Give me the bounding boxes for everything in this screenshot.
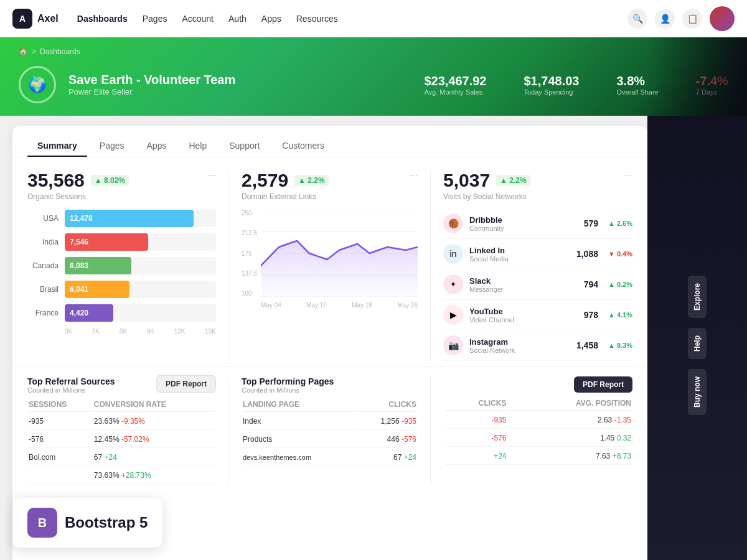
col-position: AVG. POSITION xyxy=(507,396,631,411)
content-wrap: Summary Pages Apps Help Support Customer… xyxy=(0,116,647,560)
table-row: Index 1,256 -935 xyxy=(243,413,416,430)
notifications-button[interactable]: 📋 xyxy=(682,9,702,29)
avatar[interactable] xyxy=(710,6,735,31)
tab-help[interactable]: Help xyxy=(179,136,217,157)
rate-value: 23.63% -9.35% xyxy=(94,413,215,430)
social-change: ▲ 8.3% xyxy=(608,342,632,349)
bar-row-canada: Canada 6,083 xyxy=(27,257,216,274)
clicks-val: -935 xyxy=(444,412,506,429)
social-type: Community xyxy=(469,225,578,232)
referral-section: Top Referral Sources Counted in Millions… xyxy=(27,376,229,485)
nav-account[interactable]: Account xyxy=(182,14,214,24)
nav-dashboards[interactable]: Dashboards xyxy=(77,14,128,24)
social-info: Instagram Social Network xyxy=(469,337,570,354)
home-icon[interactable]: 🏠 xyxy=(19,47,28,56)
col-landing: LANDING PAGE xyxy=(243,398,356,412)
table-row: devs.keenthemes.com 67 +24 xyxy=(243,449,416,466)
country-label: France xyxy=(27,309,59,317)
col-rate: CONVERSION RATE xyxy=(94,398,215,412)
social-name: YouTube xyxy=(469,307,578,316)
metric3-value: 5,037 xyxy=(443,170,490,191)
breadcrumb-current: Dashboards xyxy=(40,47,80,56)
country-label: India xyxy=(27,238,59,246)
dribbble-icon: 🏀 xyxy=(443,213,463,233)
tabs: Summary Pages Apps Help Support Customer… xyxy=(12,126,647,157)
table-row: -576 1.45 0.32 xyxy=(444,430,631,447)
bar-inner: 6,041 xyxy=(65,281,129,298)
tab-summary[interactable]: Summary xyxy=(27,136,87,157)
position-val: 7.63 +8.73 xyxy=(507,448,631,465)
linkedin-icon: in xyxy=(443,244,463,264)
social-type: Social Network xyxy=(469,347,570,354)
clicks-value: 67 +24 xyxy=(357,449,416,466)
tab-customers[interactable]: Customers xyxy=(272,136,334,157)
table-row: Bol.com 67 +24 xyxy=(29,449,215,466)
referral-table: SESSIONS CONVERSION RATE -935 23.63% -9.… xyxy=(27,396,216,485)
metric1-badge: ▲ 8.02% xyxy=(91,175,129,186)
metric2-label: Domain External Links xyxy=(242,192,329,201)
nav-pages[interactable]: Pages xyxy=(143,14,167,24)
position-val: 2.63 -1.35 xyxy=(507,412,631,429)
help-button[interactable]: Help xyxy=(688,328,707,359)
line-chart-svg xyxy=(261,210,418,297)
bootstrap-label: Bootstrap 5 xyxy=(65,514,148,531)
country-label: Brasil xyxy=(27,285,59,294)
tab-apps[interactable]: Apps xyxy=(137,136,177,157)
sessions-value: -576 xyxy=(29,431,93,448)
nav-apps[interactable]: Apps xyxy=(261,14,281,24)
hero-subtitle: Power Elite Seller xyxy=(68,87,235,96)
metric1-more[interactable]: ··· xyxy=(208,170,216,181)
rate-value: 73.63% +28.73% xyxy=(94,467,215,484)
search-button[interactable]: 🔍 xyxy=(627,9,647,29)
bar-outer: 7,546 xyxy=(65,233,216,251)
brand[interactable]: A Axel xyxy=(12,9,59,29)
pdf-report-dark-button[interactable]: PDF Report xyxy=(574,376,632,393)
tab-support[interactable]: Support xyxy=(219,136,270,157)
brand-icon: A xyxy=(12,9,32,29)
instagram-icon: 📷 xyxy=(443,335,463,355)
bootstrap-icon: B xyxy=(27,508,57,538)
social-info: Dribbble Community xyxy=(469,215,578,232)
bottom-sections: Top Referral Sources Counted in Millions… xyxy=(12,366,647,495)
social-row-linkedin: in Linked In Social Media 1,088 ▼ 0.4% xyxy=(443,239,632,269)
y-axis: 250212.5175137.5100 xyxy=(242,210,261,309)
slack-icon: ✦ xyxy=(443,274,463,294)
table-row: Products 446 -576 xyxy=(243,431,416,448)
main-area: Summary Pages Apps Help Support Customer… xyxy=(0,116,747,560)
social-type: Social Media xyxy=(469,255,570,263)
social-change: ▲ 4.1% xyxy=(608,311,632,319)
social-info: Linked In Social Media xyxy=(469,246,570,263)
hero-dark-overlay xyxy=(647,37,747,116)
metric2-more[interactable]: ··· xyxy=(410,170,418,181)
explore-button[interactable]: Explore xyxy=(688,276,707,318)
pdf-report-button[interactable]: PDF Report xyxy=(156,375,216,393)
social-count: 1,458 xyxy=(576,340,598,350)
bar-row-france: France 4,420 xyxy=(27,304,216,322)
social-name: Instagram xyxy=(469,337,570,347)
nav-resources[interactable]: Resources xyxy=(296,14,338,24)
social-row-youtube: ▶ YouTube Video Channel 978 ▲ 4.1% xyxy=(443,300,632,330)
hero-logo: 🌍 xyxy=(19,66,56,103)
table-row: -935 23.63% -9.35% xyxy=(29,413,215,430)
profile-button[interactable]: 👤 xyxy=(655,9,675,29)
metric2-badge: ▲ 2.2% xyxy=(294,175,329,186)
bar-row-india: India 7,546 xyxy=(27,233,216,251)
social-change: ▼ 0.4% xyxy=(608,250,632,258)
tab-pages[interactable]: Pages xyxy=(90,136,134,157)
country-label: USA xyxy=(27,214,59,223)
clicks-value: 446 -576 xyxy=(357,431,416,448)
nav-auth[interactable]: Auth xyxy=(228,14,247,24)
watermark: B Bootstrap 5 xyxy=(12,498,162,548)
col-clicks2: CLICKS xyxy=(444,396,506,411)
x-axis: May 04May 10May 18May 26 xyxy=(261,302,418,309)
line-chart: 250212.5175137.5100 xyxy=(242,210,418,309)
metric3-more[interactable]: ··· xyxy=(624,170,632,181)
metric3-label: Visits by Social Networks xyxy=(443,192,530,201)
rate-value: 67 +24 xyxy=(94,449,215,466)
social-name: Linked In xyxy=(469,246,570,255)
hero-text: Save Earth - Volunteer Team Power Elite … xyxy=(68,73,235,96)
table-row: -576 12.45% -57.02% xyxy=(29,431,215,448)
buy-now-button[interactable]: Buy now xyxy=(688,369,707,415)
social-info: YouTube Video Channel xyxy=(469,307,578,324)
metric-social-networks: 5,037 ▲ 2.2% Visits by Social Networks ·… xyxy=(431,170,632,361)
